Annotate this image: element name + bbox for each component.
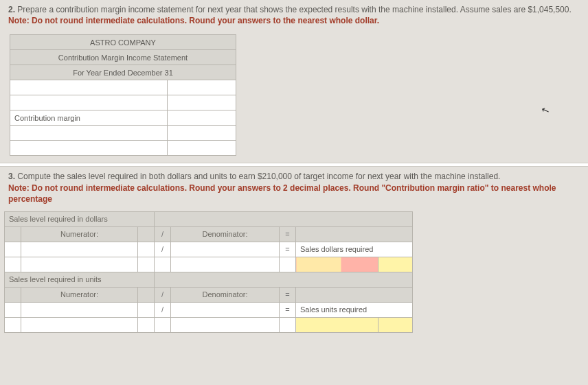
dollars-section-spacer [155, 211, 413, 226]
d-result-hdr [296, 226, 413, 242]
u-r2-a[interactable] [5, 317, 21, 332]
t1-r5-label[interactable] [10, 141, 168, 156]
question-2-prompt: 2. Prepare a contribution margin income … [0, 0, 588, 29]
u-r2-num[interactable] [21, 317, 138, 332]
q2-note-label: Note: [8, 16, 30, 25]
d-r1-num[interactable] [21, 242, 138, 257]
d-r1-slash: / [155, 242, 171, 257]
d-r1-result-label: Sales dollars required [296, 242, 413, 257]
u-denominator-hdr: Denominator: [171, 287, 280, 302]
q2-text: Prepare a contribution margin income sta… [15, 5, 572, 14]
d-blank-a [5, 226, 21, 242]
units-section-spacer [155, 272, 413, 287]
t1-r2-label[interactable] [10, 95, 168, 110]
u-r1-result-label: Sales units required [296, 302, 413, 317]
u-blank-a [5, 287, 21, 302]
u-r2-b[interactable] [138, 317, 155, 332]
u-r1-slash: / [155, 302, 171, 317]
d-r1-a[interactable] [5, 242, 21, 257]
d-blank-b [138, 226, 155, 242]
cursor-icon: ↖ [540, 103, 552, 116]
d-r2-result-unit[interactable] [378, 257, 413, 272]
t1-cm-val[interactable] [168, 110, 236, 126]
u-slash-hdr: / [155, 287, 171, 302]
u-result-hdr [296, 287, 413, 302]
t1-r4-label[interactable] [10, 126, 168, 141]
u-numerator-hdr: Numerator: [21, 287, 138, 302]
q3-number: 3. [8, 172, 15, 181]
u-r1-a[interactable] [5, 302, 21, 317]
u-r1-b[interactable] [138, 302, 155, 317]
t1-r4-val[interactable] [168, 126, 236, 141]
t1-title: Contribution Margin Income Statement [10, 50, 236, 65]
q2-number: 2. [8, 5, 15, 14]
t1-r1-val[interactable] [168, 80, 236, 95]
u-r1-denom[interactable] [171, 302, 280, 317]
q3-note-text: Do not round intermediate calculations. … [8, 183, 556, 204]
sales-level-table: Sales level required in dollars Numerato… [4, 211, 413, 333]
t1-r2-val[interactable] [168, 95, 236, 110]
d-r1-denom[interactable] [171, 242, 280, 257]
d-r1-b[interactable] [138, 242, 155, 257]
q2-note-text: Do not round intermediate calculations. … [30, 16, 379, 25]
t1-company: ASTRO COMPANY [10, 35, 236, 50]
d-r2-eq [280, 257, 296, 272]
cm-income-statement-table: ASTRO COMPANY Contribution Margin Income… [10, 34, 236, 156]
q3-note-label: Note: [8, 183, 30, 193]
u-r2-result-unit[interactable] [378, 317, 413, 332]
d-r2-denom[interactable] [171, 257, 280, 272]
u-eq-hdr: = [280, 287, 296, 302]
d-r2-slash [155, 257, 171, 272]
d-denominator-hdr: Denominator: [171, 226, 280, 242]
u-r1-eq: = [280, 302, 296, 317]
d-eq-hdr: = [280, 226, 296, 242]
d-r1-eq: = [280, 242, 296, 257]
t1-cm-label: Contribution margin [10, 110, 168, 126]
t1-r5-val[interactable] [168, 141, 236, 156]
u-r1-num[interactable] [21, 302, 138, 317]
d-numerator-hdr: Numerator: [21, 226, 138, 242]
d-r2-a[interactable] [5, 257, 21, 272]
u-r2-eq [280, 317, 296, 332]
u-r2-slash [155, 317, 171, 332]
units-section-hdr: Sales level required in units [5, 272, 155, 287]
u-blank-b [138, 287, 155, 302]
d-r2-b[interactable] [138, 257, 155, 272]
d-slash-hdr: / [155, 226, 171, 242]
t1-r1-label[interactable] [10, 80, 168, 95]
d-r2-num[interactable] [21, 257, 138, 272]
d-r2-result-val[interactable] [296, 257, 378, 272]
dollars-section-hdr: Sales level required in dollars [5, 211, 155, 226]
question-3-prompt: 3. Compute the sales level required in b… [0, 167, 588, 207]
q3-text: Compute the sales level required in both… [15, 172, 500, 181]
u-r2-denom[interactable] [171, 317, 280, 332]
u-r2-result-val[interactable] [296, 317, 378, 332]
t1-period: For Year Ended December 31 [10, 65, 236, 80]
